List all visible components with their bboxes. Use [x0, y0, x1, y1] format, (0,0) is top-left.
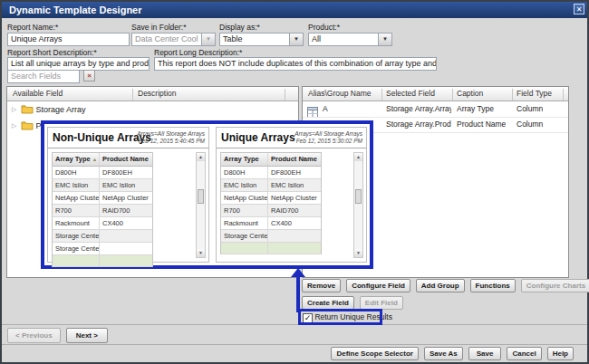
product-name-header[interactable]: Product Name: [100, 153, 152, 166]
alias-column-header[interactable]: Alias\Group Name: [308, 89, 371, 98]
create-field-button[interactable]: Create Field: [302, 296, 354, 310]
table-row: R700RAID700: [53, 205, 152, 217]
save-as-button[interactable]: Save As: [424, 347, 463, 360]
card-annotation: Arrays=All Storage Arrays Feb 12, 2015 5…: [294, 130, 362, 144]
help-button[interactable]: Help: [547, 347, 574, 360]
save-in-folder-label: Save in Folder:*: [131, 23, 186, 32]
wizard-nav: < Previous Next >: [7, 328, 108, 343]
card-timestamp: Feb 12, 2015 5:30:02 PM: [294, 138, 362, 145]
dynamic-template-designer-dialog: Dynamic Template Designer ✕ Report Name:…: [0, 0, 589, 364]
callout-arrow-shaft: [296, 276, 300, 312]
non-unique-arrays-table: Array Type ▲ Product Name D800HDF800EH E…: [52, 152, 153, 267]
cancel-button[interactable]: Cancel: [507, 347, 541, 360]
scroll-down-icon[interactable]: ▼: [197, 249, 205, 257]
card-scope: Arrays=All Storage Arrays: [294, 130, 362, 138]
dialog-title: Dynamic Template Designer: [9, 5, 142, 15]
next-button[interactable]: Next >: [66, 328, 108, 343]
scrollbar-thumb[interactable]: [198, 189, 204, 204]
report-preview-callout: Non-Unique Arrays Arrays=All Storage Arr…: [41, 120, 373, 269]
table-row: NetApp ClusterNetApp Cluster: [221, 192, 321, 205]
long-description-input[interactable]: This report does NOT include duplicates …: [154, 57, 437, 71]
card-annotation: Arrays=All Storage Arrays Feb 12, 2015 5…: [137, 130, 205, 144]
field-type-cell: Column: [517, 120, 543, 129]
titlebar[interactable]: Dynamic Template Designer: [2, 2, 587, 18]
scroll-down-icon[interactable]: ▼: [354, 249, 362, 257]
display-as-select[interactable]: Table ▼: [219, 33, 304, 46]
insert-row: [221, 243, 321, 254]
table-header-row: Array Type Product Name: [221, 153, 321, 167]
scrollbar[interactable]: ▲ ▼: [353, 152, 363, 258]
folder-icon: [21, 121, 34, 130]
product-select[interactable]: All ▼: [308, 33, 392, 46]
table-row: D800HDF800EH: [221, 167, 321, 179]
alias-cell: A: [323, 104, 328, 113]
expander-icon[interactable]: ▷: [12, 122, 16, 129]
table-row: RackmountCX400: [53, 217, 152, 230]
selected-field-column-header[interactable]: Selected Field: [386, 89, 435, 98]
report-name-input[interactable]: Unique Arrays: [7, 33, 130, 46]
define-scope-selector-button[interactable]: Define Scope Selector: [331, 347, 418, 360]
caption-column-header[interactable]: Caption: [457, 89, 483, 98]
table-row: EMC IsilonEMC Isilon: [221, 179, 321, 192]
previous-button: < Previous: [7, 328, 61, 343]
array-type-header[interactable]: Array Type: [221, 153, 268, 166]
field-action-buttons: Remove Configure Field Add Group Functio…: [302, 279, 589, 292]
available-field-column-header[interactable]: Available Field: [13, 89, 63, 98]
remove-button[interactable]: Remove: [302, 279, 341, 292]
table-row: NetApp ClusterNetApp Cluster: [53, 192, 152, 205]
folder-icon: [21, 105, 34, 114]
return-unique-results-checkbox[interactable]: ✓: [303, 313, 313, 323]
save-button[interactable]: Save: [468, 347, 502, 360]
short-description-input[interactable]: List all unique arrays by type and produ…: [7, 57, 150, 71]
functions-button[interactable]: Functions: [470, 279, 516, 292]
card-scope: Arrays=All Storage Arrays: [137, 130, 205, 138]
configure-charts-button: Configure Charts: [521, 279, 589, 292]
card-timestamp: Feb 12, 2015 5:40:45 PM: [137, 138, 205, 145]
long-description-label: Report Long Description:*: [154, 48, 242, 57]
field-type-cell: Column: [517, 104, 543, 113]
tree-item-storage-array[interactable]: ▷ Storage Array: [12, 104, 85, 114]
sort-asc-icon: ▲: [92, 157, 97, 162]
short-description-label: Report Short Description:*: [7, 48, 97, 57]
table-row: Storage Center: [221, 230, 321, 243]
save-in-folder-value: Data Center Cool Reports: [135, 34, 200, 45]
configure-field-button[interactable]: Configure Field: [346, 279, 410, 292]
caption-cell: Product Name: [457, 120, 506, 129]
card-title: Unique Arrays: [221, 131, 295, 144]
table-row: EMC IsilonEMC Isilon: [53, 179, 152, 192]
field-type-column-header[interactable]: Field Type: [517, 89, 552, 98]
return-unique-results-label[interactable]: Return Unique Results: [314, 312, 392, 321]
chevron-down-icon[interactable]: ▼: [378, 34, 391, 45]
unique-arrays-table: Array Type Product Name D800HDF800EH EMC…: [220, 152, 322, 254]
available-fields-header: Available Field Description: [7, 87, 298, 101]
caption-cell: Array Type: [457, 104, 494, 113]
tree-item-label[interactable]: Storage Array: [35, 105, 85, 114]
table-row: RackmountCX400: [221, 217, 321, 230]
search-input[interactable]: Search Fields: [7, 70, 80, 83]
close-icon[interactable]: ✕: [574, 4, 584, 14]
display-as-value: Table: [223, 34, 288, 45]
table-row: Storage Center: [53, 243, 152, 255]
array-type-header[interactable]: Array Type ▲: [53, 153, 100, 166]
scrollbar[interactable]: ▲ ▼: [196, 152, 206, 258]
table-row: R700RAID700: [221, 205, 321, 217]
chevron-down-icon[interactable]: ▼: [289, 34, 303, 45]
return-unique-results-row[interactable]: ✓ Return Unique Results: [303, 312, 392, 323]
product-value: All: [312, 34, 377, 45]
scroll-up-icon[interactable]: ▲: [197, 153, 205, 161]
checkmark-icon: ✓: [304, 313, 312, 322]
scrollbar-thumb[interactable]: [355, 189, 362, 204]
add-group-button[interactable]: Add Group: [416, 279, 465, 292]
product-name-header[interactable]: Product Name: [268, 153, 321, 166]
description-column-header[interactable]: Description: [138, 89, 177, 98]
save-in-folder-select: Data Center Cool Reports ▼: [131, 33, 216, 46]
scroll-up-icon[interactable]: ▲: [354, 153, 362, 161]
chevron-down-icon: ▼: [201, 34, 215, 45]
selected-fields-header: Alias\Group Name Selected Field Caption …: [303, 87, 568, 101]
product-label: Product:*: [308, 23, 340, 32]
insert-row: [53, 255, 152, 267]
clear-search-icon[interactable]: ×: [83, 70, 95, 81]
expander-icon[interactable]: ▷: [12, 106, 16, 112]
unique-arrays-card: Unique Arrays Arrays=All Storage Arrays …: [216, 127, 367, 263]
report-name-label: Report Name:*: [7, 23, 58, 32]
